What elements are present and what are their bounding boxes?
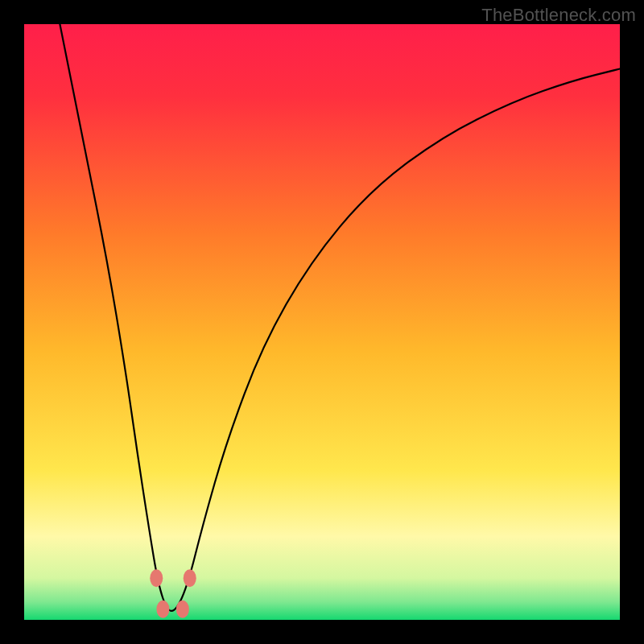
curve-marker <box>184 569 196 587</box>
chart-canvas: TheBottleneck.com <box>0 0 644 644</box>
curve-marker <box>150 569 163 587</box>
curve-marker <box>176 601 189 618</box>
plot-area <box>24 24 620 620</box>
bottleneck-curve <box>24 24 620 620</box>
curve-marker <box>156 601 169 618</box>
watermark-label: TheBottleneck.com <box>481 5 636 26</box>
